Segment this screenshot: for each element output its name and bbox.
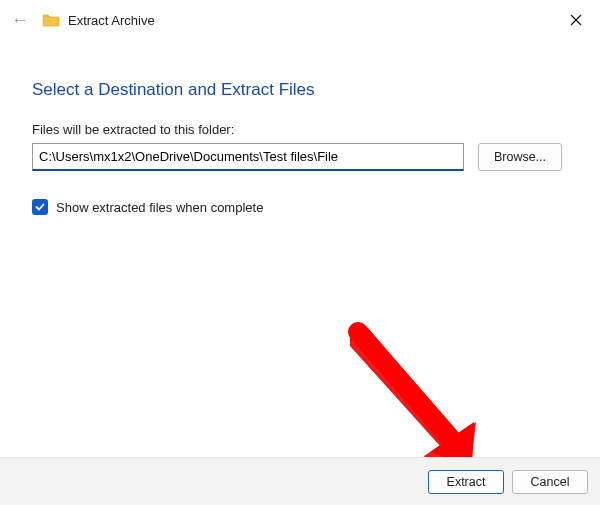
back-arrow-icon: ← (10, 10, 30, 31)
titlebar: ← Extract Archive (0, 0, 600, 40)
path-row: Browse... (32, 143, 568, 171)
show-files-label[interactable]: Show extracted files when complete (56, 200, 263, 215)
browse-button[interactable]: Browse... (478, 143, 562, 171)
show-files-checkbox[interactable] (32, 199, 48, 215)
dialog-footer: Extract Cancel (0, 457, 600, 505)
folder-icon (42, 13, 60, 27)
svg-marker-0 (350, 328, 476, 472)
close-button[interactable] (562, 6, 590, 34)
cancel-button[interactable]: Cancel (512, 470, 588, 494)
path-label: Files will be extracted to this folder: (32, 122, 568, 137)
show-files-row: Show extracted files when complete (32, 199, 568, 215)
content-area: Select a Destination and Extract Files F… (0, 40, 600, 215)
extract-button[interactable]: Extract (428, 470, 504, 494)
page-heading: Select a Destination and Extract Files (32, 80, 568, 100)
svg-marker-1 (350, 330, 474, 470)
window-title: Extract Archive (68, 13, 155, 28)
destination-path-input[interactable] (32, 143, 464, 171)
